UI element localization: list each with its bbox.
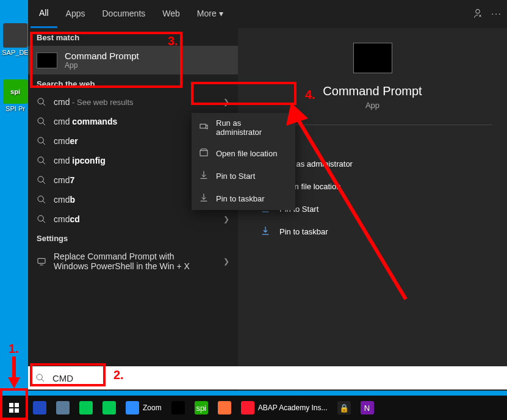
search-icon xyxy=(37,214,46,224)
save-app-icon xyxy=(33,401,46,415)
web-result-label: cmd commands xyxy=(54,117,117,126)
desktop-icon[interactable]: SAP_DE xyxy=(1,23,29,56)
search-icon xyxy=(37,175,46,185)
context-menu-item[interactable]: Pin to Start xyxy=(192,165,295,187)
context-menu-item[interactable]: Run as administrator xyxy=(192,113,295,142)
section-best-match: Best match xyxy=(28,28,238,46)
desktop-icon-label: SAP_DE xyxy=(1,49,29,56)
settings-item-label: Replace Command Prompt with Windows Powe… xyxy=(54,252,206,271)
context-menu-label: Open file location xyxy=(216,149,277,158)
best-match-title: Command Prompt xyxy=(65,51,139,61)
context-menu-label: Pin to Start xyxy=(216,172,255,181)
svg-point-6 xyxy=(38,215,43,221)
action-icon xyxy=(260,225,271,238)
best-match-subtitle: App xyxy=(65,61,139,70)
tab-web[interactable]: Web xyxy=(154,0,189,27)
web-result-item[interactable]: cmdcd❯ xyxy=(28,209,238,229)
search-icon xyxy=(37,195,46,205)
context-icon xyxy=(199,122,209,134)
annotation-number-1: 1. xyxy=(9,342,19,356)
search-tabs: All Apps Documents Web More ▾ ··· xyxy=(28,0,507,28)
results-list: Best match Command Prompt App Search the… xyxy=(28,28,238,391)
detail-action-label: Pin to taskbar xyxy=(279,227,328,236)
chevron-right-icon: ❯ xyxy=(223,98,229,106)
taskbar-item[interactable] xyxy=(167,396,190,420)
context-menu: Run as administratorOpen file locationPi… xyxy=(192,113,295,210)
taskbar-item[interactable]: N xyxy=(356,396,379,420)
tab-more[interactable]: More ▾ xyxy=(189,0,232,27)
web-result-label: cmd ipconfig xyxy=(54,156,106,165)
web-result-label: cmder xyxy=(54,136,78,146)
svg-rect-8 xyxy=(200,124,206,128)
svg-point-5 xyxy=(38,196,43,201)
black-app-icon xyxy=(171,401,185,415)
spi-icon: spi xyxy=(195,401,208,415)
context-icon xyxy=(199,193,209,205)
section-search-web: Search the web xyxy=(28,74,238,92)
sap-icon xyxy=(56,401,70,415)
search-icon xyxy=(37,117,46,126)
green-app-1-icon xyxy=(79,401,93,415)
taskbar-item[interactable]: spi xyxy=(190,396,213,420)
taskbar-item[interactable]: Zoom xyxy=(121,396,167,420)
more-options-icon[interactable]: ··· xyxy=(491,9,502,18)
settings-item[interactable]: Replace Command Prompt with Windows Powe… xyxy=(28,247,238,276)
taskbar-item-label: ABAP Academy Ins... xyxy=(258,404,328,412)
best-match-item[interactable]: Command Prompt App xyxy=(28,46,238,74)
section-settings: Settings xyxy=(28,229,238,247)
tab-apps[interactable]: Apps xyxy=(57,0,94,27)
detail-subtitle: App xyxy=(253,101,492,110)
taskbar-search-box[interactable] xyxy=(28,366,507,389)
taskbar: ZoomspiABAP Academy Ins...🔒N xyxy=(0,396,507,420)
annotation-number-3: 3. xyxy=(168,34,178,48)
taskbar-item[interactable] xyxy=(28,396,51,420)
taskbar-item[interactable] xyxy=(74,396,98,420)
start-search-panel: All Apps Documents Web More ▾ ··· Best m… xyxy=(28,0,507,389)
web-result-label: cmdcd xyxy=(54,214,80,224)
onenote-icon: N xyxy=(361,401,374,415)
web-result-label: cmdb xyxy=(54,195,75,205)
taskbar-item[interactable] xyxy=(213,396,236,420)
firefox-icon xyxy=(218,401,231,415)
cmd-icon xyxy=(37,52,57,68)
svg-rect-7 xyxy=(38,258,45,263)
taskbar-item[interactable]: ABAP Academy Ins... xyxy=(236,396,333,420)
start-button[interactable] xyxy=(0,396,28,420)
svg-point-10 xyxy=(37,374,42,380)
desktop-icon[interactable]: spi SPI Pr xyxy=(1,79,29,112)
taskbar-item-label: Zoom xyxy=(143,404,162,412)
svg-point-3 xyxy=(38,157,43,162)
feedback-icon[interactable] xyxy=(473,9,483,18)
context-menu-label: Run as administrator xyxy=(216,118,288,137)
green-app-2-icon xyxy=(102,401,116,415)
chevron-right-icon: ❯ xyxy=(223,257,229,266)
cmd-icon xyxy=(353,43,392,73)
context-menu-label: Pin to taskbar xyxy=(216,194,265,203)
zoom-icon xyxy=(126,401,139,415)
detail-action-item[interactable]: Pin to taskbar xyxy=(253,220,492,243)
opera-icon xyxy=(241,401,254,415)
lock-icon: 🔒 xyxy=(337,401,351,415)
taskbar-item[interactable] xyxy=(51,396,74,420)
search-icon xyxy=(35,373,45,383)
web-result-label: cmd - See web results xyxy=(54,97,134,107)
taskbar-item[interactable]: 🔒 xyxy=(333,396,356,420)
desktop: SAP_DE spi SPI Pr All Apps Documents Web… xyxy=(0,0,507,420)
context-icon xyxy=(199,170,209,182)
context-menu-item[interactable]: Open file location xyxy=(192,142,295,165)
desktop-icon-label: SPI Pr xyxy=(1,105,29,112)
windows-logo-icon xyxy=(9,403,19,413)
search-icon xyxy=(37,136,46,146)
svg-point-0 xyxy=(38,98,43,104)
taskbar-item[interactable] xyxy=(98,396,121,420)
web-result-item[interactable]: cmd - See web results❯ xyxy=(28,92,238,112)
search-icon xyxy=(37,97,46,107)
file-icon: spi xyxy=(3,79,27,104)
chevron-down-icon: ▾ xyxy=(219,9,223,18)
context-icon xyxy=(199,148,209,159)
tab-documents[interactable]: Documents xyxy=(93,0,154,27)
tab-all[interactable]: All xyxy=(31,0,57,28)
settings-icon xyxy=(37,256,46,266)
context-menu-item[interactable]: Pin to taskbar xyxy=(192,187,295,210)
file-icon xyxy=(3,23,27,48)
